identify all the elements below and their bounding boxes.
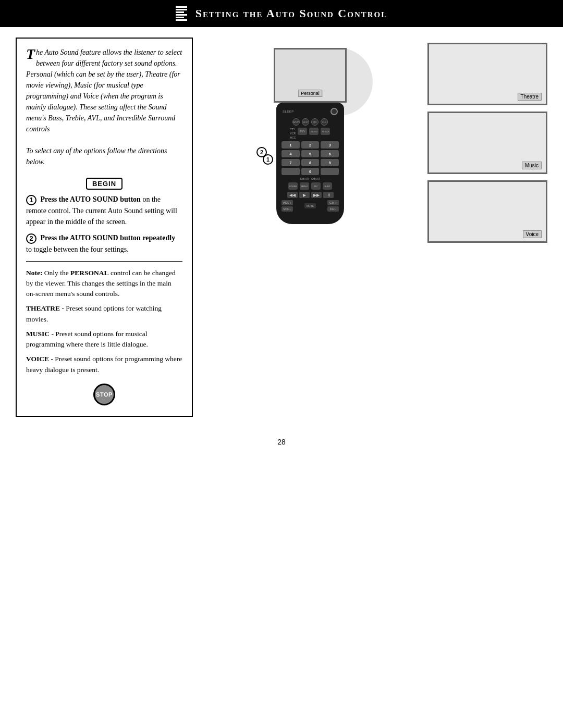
step-indicator-1: 1 xyxy=(263,154,273,165)
vol-ch-section: VOL + VOL - MUTE CH + CH - xyxy=(282,200,339,212)
intro-directions: To select any of the options follow the … xyxy=(26,147,167,166)
step2-bold: Press the AUTO SOUND button xyxy=(41,234,141,242)
voice-label: VOICE xyxy=(26,355,49,363)
divider xyxy=(26,261,182,262)
num-0[interactable]: 0 xyxy=(301,168,320,175)
status-btn[interactable]: S/EXT xyxy=(302,118,309,126)
music-para: MUSIC - Preset sound options for musical… xyxy=(26,329,182,350)
num-blank2 xyxy=(321,168,339,175)
vol-plus[interactable]: VOL + xyxy=(282,200,293,205)
main-content: The Auto Sound feature allows the listen… xyxy=(0,38,563,417)
voice-para: VOICE - Preset sound options for program… xyxy=(26,354,182,375)
sound-btn[interactable]: SOUND xyxy=(288,182,298,190)
intro-text: The Auto Sound feature allows the listen… xyxy=(26,47,182,167)
tv-screen-personal: Personal xyxy=(274,48,347,103)
num-4[interactable]: 4 xyxy=(282,150,300,157)
theatre-label: THEATRE xyxy=(26,304,60,312)
sleep-label: SLEEP xyxy=(283,110,294,113)
step2: 2 Press the AUTO SOUND button repeatedly… xyxy=(26,232,182,255)
note-section: Note: Only the PERSONAL control can be c… xyxy=(26,268,182,375)
ch-minus[interactable]: CH - xyxy=(327,206,339,212)
play-btn[interactable]: ▶ xyxy=(299,192,310,198)
tv-music-label: Music xyxy=(522,162,542,169)
right-panel: Theatre Music Voice xyxy=(427,38,547,417)
center-panel: Personal 2 1 SLEEP A/CH S/E xyxy=(193,38,427,417)
rewind-btn[interactable]: ◀◀ xyxy=(287,192,298,198)
ch-plus[interactable]: CH + xyxy=(327,200,339,205)
ach-btn[interactable]: A/CH xyxy=(292,118,300,126)
theatre-para: THEATRE - Preset sound options for watch… xyxy=(26,303,182,325)
remote-row2: TTY VCR HCC REV INCRD FENCH xyxy=(280,128,340,139)
step2-text: to toggle between the four settings. xyxy=(26,245,129,253)
left-panel: The Auto Sound feature allows the listen… xyxy=(16,38,193,417)
tv-personal-label: Personal xyxy=(298,90,322,97)
drop-cap: T xyxy=(26,47,35,61)
vol-group: VOL + VOL - xyxy=(282,200,293,212)
tv-theatre: Theatre xyxy=(427,43,547,105)
page-number: 28 xyxy=(0,438,563,446)
remote-icon xyxy=(176,6,187,21)
remote-row1: A/CH S/EXT QC CLK xyxy=(280,118,340,126)
step1: 1 Press the AUTO SOUND button on the rem… xyxy=(26,194,182,227)
stop-badge-container: STOP xyxy=(26,384,182,405)
intro-body: he Auto Sound feature allows the listene… xyxy=(26,48,182,133)
rev-btn[interactable]: REV xyxy=(298,128,307,135)
surf-btn[interactable]: SURF xyxy=(323,182,332,190)
nav-section: ◀◀ ▶ ▶▶ ⏸ xyxy=(282,192,339,198)
step1-number: 1 xyxy=(26,195,36,205)
step1-bold: Press the AUTO SOUND button xyxy=(41,195,141,203)
remote-control: 2 1 SLEEP A/CH S/EXT QC CLK xyxy=(276,103,344,224)
ch-group: CH + CH - xyxy=(327,200,339,212)
menu-row: SOUND MENU PIC SURF xyxy=(280,182,340,190)
power-button[interactable] xyxy=(331,108,338,115)
tv-theatre-label: Theatre xyxy=(518,93,542,101)
tv-voice-label: Voice xyxy=(523,230,542,238)
clock-btn[interactable]: CLK xyxy=(321,118,328,126)
voice-text: - Preset sound options for programming w… xyxy=(26,355,182,373)
num-9[interactable]: 9 xyxy=(321,159,339,166)
note-bold: PERSONAL xyxy=(70,269,109,277)
num-3[interactable]: 3 xyxy=(321,141,339,149)
pause-btn[interactable]: ⏸ xyxy=(323,192,334,198)
num-1[interactable]: 1 xyxy=(282,141,300,149)
num-6[interactable]: 6 xyxy=(321,150,339,157)
num-blank1 xyxy=(282,168,300,175)
qc-btn[interactable]: QC xyxy=(311,118,319,126)
mute-btn[interactable]: MUTE xyxy=(304,203,316,208)
tv-music: Music xyxy=(427,112,547,174)
num-5[interactable]: 5 xyxy=(301,150,320,157)
page-header: Setting the Auto Sound Control xyxy=(0,0,563,27)
remote-numpad: 1 2 3 4 5 6 7 8 9 0 xyxy=(282,141,339,175)
vol-minus[interactable]: VOL - xyxy=(282,206,293,212)
stop-circle: STOP xyxy=(93,384,115,405)
incurid-btn[interactable]: INCRD xyxy=(309,128,319,135)
tv-voice: Voice xyxy=(427,180,547,243)
note-para: Note: Only the PERSONAL control can be c… xyxy=(26,268,182,300)
num-7[interactable]: 7 xyxy=(282,159,300,166)
begin-badge: BEGIN xyxy=(86,178,123,190)
picture-btn[interactable]: PIC xyxy=(311,182,321,190)
note-label: Note: xyxy=(26,269,42,277)
page-title: Setting the Auto Sound Control xyxy=(195,7,387,20)
step2-number: 2 xyxy=(26,233,36,244)
menu-btn[interactable]: MENU xyxy=(300,182,309,190)
remote-wrapper: Personal 2 1 SLEEP A/CH S/E xyxy=(274,48,347,224)
num-2[interactable]: 2 xyxy=(301,141,320,149)
remote-top-row: SLEEP xyxy=(280,108,340,115)
ff-btn[interactable]: ▶▶ xyxy=(311,192,322,198)
fench-btn[interactable]: FENCH xyxy=(321,128,330,135)
num-8[interactable]: 8 xyxy=(301,159,320,166)
step2-bold2: repeatedly xyxy=(142,234,175,242)
smart-row: SMART SMART xyxy=(280,177,340,180)
music-label: MUSIC xyxy=(26,330,50,338)
